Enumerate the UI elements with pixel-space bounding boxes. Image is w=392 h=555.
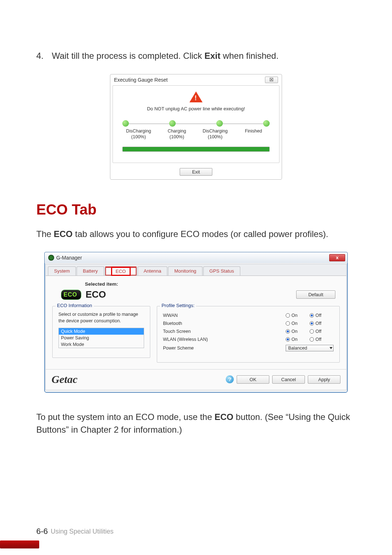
apply-button[interactable]: Apply bbox=[308, 375, 340, 384]
eco-info-desc: Select or customize a profile to manage … bbox=[58, 311, 144, 324]
tab-monitoring[interactable]: Monitoring bbox=[168, 266, 203, 276]
progress-label: Charging (100%) bbox=[158, 128, 196, 140]
setting-label: Power Scheme bbox=[163, 346, 286, 351]
tab-system[interactable]: System bbox=[48, 266, 76, 276]
radio-off[interactable] bbox=[310, 337, 314, 342]
intro-paragraph: The ECO tab allows you to configure ECO … bbox=[36, 228, 356, 241]
mode-item-quick[interactable]: Quick Mode bbox=[59, 328, 144, 335]
selected-item-label: Selected item: bbox=[85, 281, 118, 287]
close-icon[interactable]: ☒ bbox=[265, 77, 278, 83]
step-text-before: Wait till the process is completed. Clic… bbox=[52, 51, 205, 61]
mode-listbox[interactable]: Quick Mode Power Saving Work Mode bbox=[58, 328, 144, 348]
chapter-title: Using Special Utilities bbox=[51, 528, 114, 535]
profile-settings-legend: Profile Settings: bbox=[160, 303, 196, 308]
radio-on[interactable] bbox=[286, 337, 290, 342]
app-icon bbox=[48, 255, 54, 261]
radio-on[interactable] bbox=[286, 329, 290, 334]
profile-settings-fieldset: Profile Settings: WWAN On Off Bluetooth … bbox=[157, 306, 340, 363]
footer-accent-bar bbox=[0, 540, 39, 548]
help-icon[interactable]: ? bbox=[226, 375, 234, 383]
page-number: 6-6 bbox=[36, 527, 48, 536]
step-instruction: 4. Wait till the process is completed. C… bbox=[36, 51, 356, 61]
mode-item-powersaving[interactable]: Power Saving bbox=[59, 335, 144, 341]
dialog1-title: Executing Gauge Reset bbox=[114, 77, 168, 83]
setting-label: WLAN (Wireless LAN) bbox=[163, 337, 286, 342]
warning-icon bbox=[189, 91, 203, 102]
outro-paragraph: To put the system into an ECO mode, use … bbox=[36, 411, 356, 436]
cancel-button[interactable]: Cancel bbox=[272, 375, 305, 384]
progress-node bbox=[169, 120, 176, 127]
progress-label: Finished bbox=[234, 128, 273, 140]
tab-gps-status[interactable]: GPS Status bbox=[203, 266, 240, 276]
power-scheme-select[interactable]: Balanced bbox=[286, 345, 334, 351]
tab-battery[interactable]: Battery bbox=[77, 266, 104, 276]
section-heading: ECO Tab bbox=[36, 201, 356, 218]
mode-item-work[interactable]: Work Mode bbox=[59, 341, 144, 348]
radio-on[interactable] bbox=[286, 313, 290, 318]
eco-information-fieldset: ECO Information Select or customize a pr… bbox=[52, 306, 150, 358]
progress-bar bbox=[122, 147, 270, 152]
radio-on[interactable] bbox=[286, 321, 290, 326]
radio-off[interactable] bbox=[310, 313, 314, 318]
selected-item-name: ECO bbox=[86, 289, 106, 300]
gmanager-dialog: G-Manager x System Battery ECO Antenna M… bbox=[44, 252, 348, 393]
chevron-down-icon bbox=[330, 347, 332, 349]
default-button[interactable]: Default bbox=[296, 290, 335, 299]
progress-label: DisCharging (100%) bbox=[119, 128, 158, 140]
tab-eco[interactable]: ECO bbox=[105, 266, 137, 276]
dialog1-message: Do NOT unplug AC power line while execut… bbox=[116, 106, 276, 111]
gauge-reset-dialog: Executing Gauge Reset ☒ Do NOT unplug AC… bbox=[110, 74, 282, 180]
step-bold: Exit bbox=[204, 51, 220, 61]
progress-node bbox=[263, 120, 270, 127]
ok-button[interactable]: OK bbox=[237, 375, 269, 384]
tab-bar: System Battery ECO Antenna Monitoring GP… bbox=[46, 264, 346, 276]
step-text-after: when finished. bbox=[220, 51, 278, 61]
eco-badge-icon: ECO bbox=[61, 290, 81, 300]
setting-label: Touch Screen bbox=[163, 329, 286, 334]
progress-node bbox=[216, 120, 223, 127]
dialog2-title: G-Manager bbox=[56, 255, 82, 261]
close-icon[interactable]: x bbox=[329, 254, 345, 261]
radio-off[interactable] bbox=[310, 321, 314, 326]
setting-label: Bluetooth bbox=[163, 321, 286, 326]
progress-label: DisCharging (100%) bbox=[196, 128, 234, 140]
tab-antenna[interactable]: Antenna bbox=[138, 266, 167, 276]
step-number: 4. bbox=[36, 51, 49, 61]
setting-label: WWAN bbox=[163, 313, 286, 318]
eco-info-legend: ECO Information bbox=[56, 303, 94, 308]
exit-button[interactable]: Exit bbox=[180, 168, 212, 176]
brand-logo: Getac bbox=[52, 373, 78, 385]
radio-off[interactable] bbox=[310, 329, 314, 334]
progress-node bbox=[122, 120, 129, 127]
